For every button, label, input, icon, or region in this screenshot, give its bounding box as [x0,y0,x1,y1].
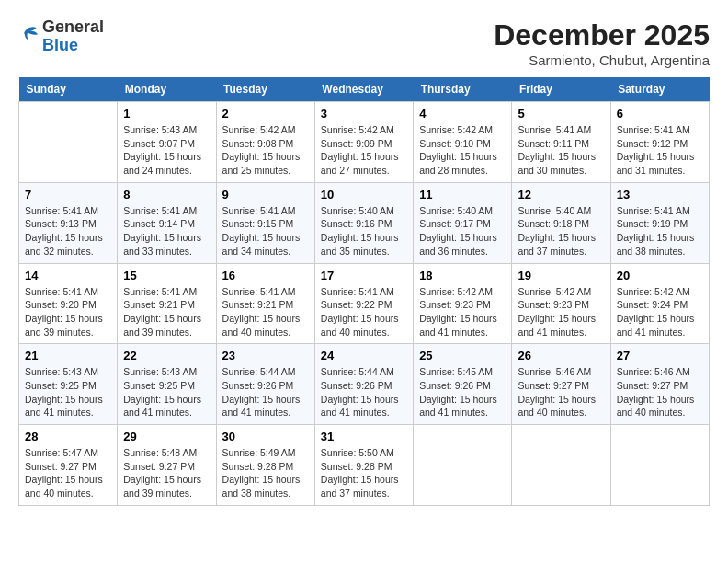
day-number: 11 [419,188,506,201]
day-info: Sunrise: 5:42 AMSunset: 9:23 PMDaylight:… [419,285,506,339]
day-info: Sunrise: 5:48 AMSunset: 9:27 PMDaylight:… [123,446,210,500]
calendar-day-cell: 9Sunrise: 5:41 AMSunset: 9:15 PMDaylight… [216,182,314,263]
logo-general-text: General [42,18,104,37]
day-info: Sunrise: 5:47 AMSunset: 9:27 PMDaylight:… [25,446,111,500]
day-number: 5 [518,107,604,121]
day-number: 26 [518,349,604,362]
calendar-day-cell: 25Sunrise: 5:45 AMSunset: 9:26 PMDayligh… [414,344,512,425]
day-number: 21 [25,349,111,362]
day-info: Sunrise: 5:42 AMSunset: 9:23 PMDaylight:… [518,285,604,339]
day-number: 12 [518,188,604,201]
day-number: 24 [321,349,407,362]
day-info: Sunrise: 5:42 AMSunset: 9:10 PMDaylight:… [419,123,506,178]
day-info: Sunrise: 5:42 AMSunset: 9:08 PMDaylight:… [222,123,309,178]
calendar-day-cell: 12Sunrise: 5:40 AMSunset: 9:18 PMDayligh… [512,182,610,263]
calendar-day-cell: 3Sunrise: 5:42 AMSunset: 9:09 PMDaylight… [314,102,413,183]
calendar-day-cell: 29Sunrise: 5:48 AMSunset: 9:27 PMDayligh… [118,425,216,506]
calendar-day-cell: 23Sunrise: 5:44 AMSunset: 9:26 PMDayligh… [216,344,314,425]
day-number: 17 [321,269,407,282]
day-info: Sunrise: 5:44 AMSunset: 9:26 PMDaylight:… [222,365,309,419]
calendar-day-cell: 16Sunrise: 5:41 AMSunset: 9:21 PMDayligh… [216,263,314,344]
day-number: 29 [123,430,210,443]
calendar-day-cell: 18Sunrise: 5:42 AMSunset: 9:23 PMDayligh… [414,263,512,344]
calendar-day-cell: 24Sunrise: 5:44 AMSunset: 9:26 PMDayligh… [314,344,413,425]
calendar-week-row: 21Sunrise: 5:43 AMSunset: 9:25 PMDayligh… [19,344,710,425]
day-number: 19 [518,269,604,282]
day-info: Sunrise: 5:41 AMSunset: 9:11 PMDaylight:… [518,123,604,178]
calendar-day-cell: 31Sunrise: 5:50 AMSunset: 9:28 PMDayligh… [314,425,413,506]
day-info: Sunrise: 5:42 AMSunset: 9:24 PMDaylight:… [617,285,703,339]
day-number: 4 [419,107,506,121]
day-of-week-header: Saturday [610,77,709,102]
day-info: Sunrise: 5:43 AMSunset: 9:07 PMDaylight:… [123,123,210,178]
day-info: Sunrise: 5:41 AMSunset: 9:19 PMDaylight:… [617,204,703,259]
day-info: Sunrise: 5:43 AMSunset: 9:25 PMDaylight:… [25,365,111,419]
day-number: 13 [617,188,703,201]
calendar-week-row: 1Sunrise: 5:43 AMSunset: 9:07 PMDaylight… [19,102,710,183]
day-info: Sunrise: 5:46 AMSunset: 9:27 PMDaylight:… [518,365,604,419]
calendar-day-cell: 2Sunrise: 5:42 AMSunset: 9:08 PMDaylight… [216,102,314,183]
day-info: Sunrise: 5:43 AMSunset: 9:25 PMDaylight:… [123,365,210,419]
calendar-day-cell: 7Sunrise: 5:41 AMSunset: 9:13 PMDaylight… [19,182,118,263]
day-of-week-header: Sunday [19,77,118,102]
calendar-day-cell [414,425,512,506]
day-number: 8 [123,188,210,201]
day-of-week-header: Wednesday [314,77,413,102]
calendar-day-cell: 28Sunrise: 5:47 AMSunset: 9:27 PMDayligh… [19,425,118,506]
calendar-table: SundayMondayTuesdayWednesdayThursdayFrid… [18,77,710,506]
calendar-day-cell: 22Sunrise: 5:43 AMSunset: 9:25 PMDayligh… [118,344,216,425]
page-header: General Blue December 2025 Sarmiento, Ch… [18,18,710,68]
calendar-day-cell: 15Sunrise: 5:41 AMSunset: 9:21 PMDayligh… [118,263,216,344]
day-info: Sunrise: 5:40 AMSunset: 9:18 PMDaylight:… [518,204,604,259]
calendar-header: SundayMondayTuesdayWednesdayThursdayFrid… [19,77,710,102]
day-info: Sunrise: 5:41 AMSunset: 9:21 PMDaylight:… [123,285,210,339]
day-number: 31 [321,430,407,443]
day-info: Sunrise: 5:41 AMSunset: 9:22 PMDaylight:… [321,285,407,339]
day-info: Sunrise: 5:45 AMSunset: 9:26 PMDaylight:… [419,365,506,419]
day-number: 30 [222,430,309,443]
calendar-day-cell: 10Sunrise: 5:40 AMSunset: 9:16 PMDayligh… [314,182,413,263]
day-number: 14 [25,269,111,282]
day-info: Sunrise: 5:41 AMSunset: 9:12 PMDaylight:… [617,123,703,178]
day-number: 23 [222,349,309,362]
day-number: 1 [123,107,210,121]
day-info: Sunrise: 5:46 AMSunset: 9:27 PMDaylight:… [617,365,703,419]
calendar-day-cell [512,425,610,506]
header-row: SundayMondayTuesdayWednesdayThursdayFrid… [19,77,710,102]
day-number: 27 [617,349,703,362]
day-info: Sunrise: 5:42 AMSunset: 9:09 PMDaylight:… [321,123,407,178]
logo-bird-icon [20,24,42,46]
day-of-week-header: Monday [118,77,216,102]
calendar-day-cell: 6Sunrise: 5:41 AMSunset: 9:12 PMDaylight… [610,102,709,183]
day-number: 3 [321,107,407,121]
calendar-body: 1Sunrise: 5:43 AMSunset: 9:07 PMDaylight… [19,102,710,506]
calendar-day-cell: 14Sunrise: 5:41 AMSunset: 9:20 PMDayligh… [19,263,118,344]
day-number: 2 [222,107,309,121]
calendar-week-row: 14Sunrise: 5:41 AMSunset: 9:20 PMDayligh… [19,263,710,344]
calendar-week-row: 7Sunrise: 5:41 AMSunset: 9:13 PMDaylight… [19,182,710,263]
day-info: Sunrise: 5:49 AMSunset: 9:28 PMDaylight:… [222,446,309,500]
calendar-day-cell [19,102,118,183]
day-of-week-header: Friday [512,77,610,102]
day-info: Sunrise: 5:44 AMSunset: 9:26 PMDaylight:… [321,365,407,419]
day-of-week-header: Tuesday [216,77,314,102]
day-number: 10 [321,188,407,201]
day-info: Sunrise: 5:41 AMSunset: 9:20 PMDaylight:… [25,285,111,339]
calendar-day-cell: 4Sunrise: 5:42 AMSunset: 9:10 PMDaylight… [414,102,512,183]
day-number: 18 [419,269,506,282]
calendar-day-cell: 19Sunrise: 5:42 AMSunset: 9:23 PMDayligh… [512,263,610,344]
calendar-day-cell: 30Sunrise: 5:49 AMSunset: 9:28 PMDayligh… [216,425,314,506]
calendar-day-cell: 1Sunrise: 5:43 AMSunset: 9:07 PMDaylight… [118,102,216,183]
day-number: 9 [222,188,309,201]
location-subtitle: Sarmiento, Chubut, Argentina [494,52,710,68]
day-number: 16 [222,269,309,282]
calendar-day-cell: 27Sunrise: 5:46 AMSunset: 9:27 PMDayligh… [610,344,709,425]
logo-blue-text: Blue [42,37,104,55]
calendar-day-cell: 13Sunrise: 5:41 AMSunset: 9:19 PMDayligh… [610,182,709,263]
calendar-day-cell: 5Sunrise: 5:41 AMSunset: 9:11 PMDaylight… [512,102,610,183]
day-info: Sunrise: 5:41 AMSunset: 9:14 PMDaylight:… [123,204,210,259]
calendar-day-cell: 26Sunrise: 5:46 AMSunset: 9:27 PMDayligh… [512,344,610,425]
day-info: Sunrise: 5:41 AMSunset: 9:15 PMDaylight:… [222,204,309,259]
day-number: 7 [25,188,111,201]
calendar-week-row: 28Sunrise: 5:47 AMSunset: 9:27 PMDayligh… [19,425,710,506]
